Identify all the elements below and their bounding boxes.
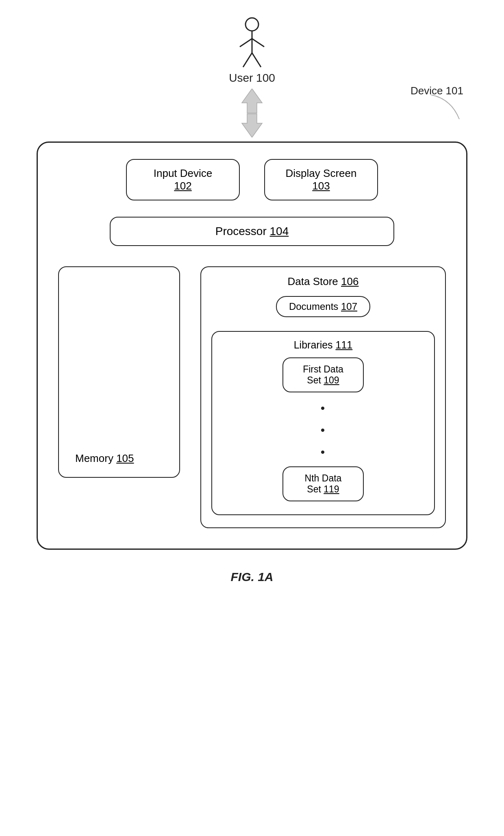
memory-label: Memory xyxy=(75,452,113,464)
processor-label: Processor xyxy=(215,225,267,237)
svg-line-4 xyxy=(243,53,252,67)
ellipsis: ••• xyxy=(220,397,426,463)
nth-dataset-line2: Set 119 xyxy=(291,484,355,495)
top-row: Input Device 102 Display Screen 103 xyxy=(58,159,446,200)
first-dataset-line2: Set 109 xyxy=(291,375,355,386)
display-screen-number: 103 xyxy=(281,180,361,192)
first-dataset-line1: First Data xyxy=(291,364,355,375)
svg-point-0 xyxy=(245,18,259,31)
nth-dataset-box: Nth Data Set 119 xyxy=(282,466,364,501)
documents-number: 107 xyxy=(341,301,357,312)
user-area: User 100 xyxy=(229,16,275,85)
svg-marker-6 xyxy=(242,89,262,113)
datastore-outer-box: Data Store 106 Documents 107 Libraries 1… xyxy=(200,266,446,528)
processor-box: Processor 104 xyxy=(110,217,394,246)
user-figure-icon xyxy=(236,16,268,69)
input-device-box: Input Device 102 xyxy=(126,159,240,200)
svg-line-3 xyxy=(252,39,264,47)
display-screen-box: Display Screen 103 xyxy=(264,159,378,200)
documents-area: Documents 107 xyxy=(211,296,435,324)
user-label: User 100 xyxy=(229,72,275,85)
middle-section: Device 101 Input Device 102 xyxy=(37,85,467,550)
libraries-outer-box: Libraries 111 First Data Set 109 ••• xyxy=(211,331,435,515)
device-callout-line-icon xyxy=(431,95,467,127)
device-label-area: Device 101 xyxy=(411,85,463,97)
figure-caption: FIG. 1A xyxy=(230,570,273,584)
diagram-container: User 100 Device 101 xyxy=(28,16,476,584)
bidirectional-arrow-icon xyxy=(238,89,266,137)
documents-box: Documents 107 xyxy=(276,296,370,317)
device-box: Input Device 102 Display Screen 103 Proc… xyxy=(37,142,467,550)
processor-row: Processor 104 xyxy=(58,217,446,246)
input-device-label: Input Device xyxy=(143,167,223,180)
input-device-number: 102 xyxy=(143,180,223,192)
datastore-title: Data Store 106 xyxy=(211,275,435,288)
svg-line-2 xyxy=(240,39,252,47)
first-dataset-box: First Data Set 109 xyxy=(282,357,364,392)
memory-box: Memory 105 xyxy=(58,266,180,478)
display-screen-label: Display Screen xyxy=(281,167,361,180)
processor-number: 104 xyxy=(270,225,289,237)
nth-dataset-line1: Nth Data xyxy=(291,473,355,484)
libraries-title: Libraries 111 xyxy=(220,339,426,351)
memory-label-area: Memory 105 xyxy=(75,452,134,465)
svg-marker-7 xyxy=(242,114,262,137)
bottom-row: Memory 105 Data Store 106 Documents 107 xyxy=(58,266,446,528)
memory-number: 105 xyxy=(116,452,134,464)
arrow-container xyxy=(238,89,266,137)
documents-label: Documents xyxy=(289,301,338,312)
svg-line-5 xyxy=(252,53,261,67)
